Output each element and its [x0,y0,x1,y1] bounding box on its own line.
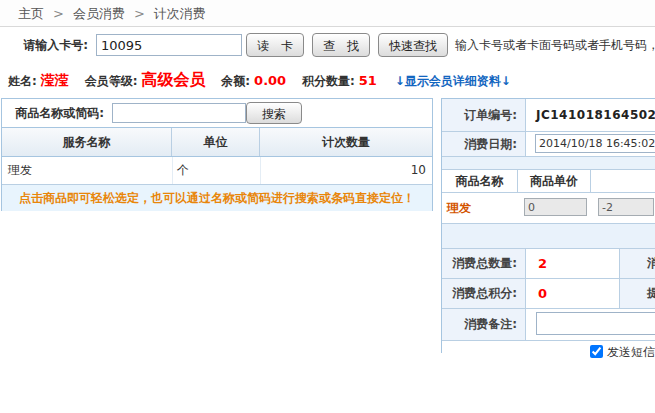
order-product-qty-input [598,198,654,216]
page: { "breadcrumb": { "separator": ">", "ite… [0,0,655,413]
consume-date-label: 消费日期: [442,132,526,156]
total-qty-row: 消费总数量: 2 消 [442,249,655,279]
order-table-header: 商品名称 商品单价 商品数量 [442,170,655,193]
member-info-row: 姓名:滢滢 会员等级:高级会员 余额:0.00 积分数量:51 ↓显示会员详细资… [8,66,511,94]
total-amount-label-clipped: 消 [619,249,655,278]
breadcrumb-separator: > [53,6,64,21]
order-product-qty-header: 商品数量 [591,170,655,192]
total-points-value: 0 [538,279,547,308]
order-panel-gap [442,224,655,249]
send-sms-label: 发送短信 [607,345,655,359]
count-header: 计次数量 [260,128,432,156]
order-number-label: 订单编号: [442,99,526,131]
card-number-label: 请输入卡号: [0,33,88,57]
card-number-input[interactable] [96,34,242,56]
member-points-value: 51 [359,73,377,88]
product-search-label: 商品名称或简码: [2,99,104,127]
unit-header: 单位 [172,128,260,156]
order-product-price-header: 商品单价 [518,170,591,192]
total-points-row: 消费总积分: 0 提 [442,279,655,309]
service-name-cell[interactable]: 理发 [2,157,172,184]
product-panel: 商品名称或简码: 搜索 服务名称 单位 计次数量 理发 个 10 点击商品即可轻… [1,98,433,211]
service-unit-cell: 个 [172,157,260,184]
breadcrumb-home[interactable]: 主页 [18,6,44,21]
remark-row: 消费备注: [442,309,655,341]
product-panel-note: 点击商品即可轻松选定，也可以通过名称或简码进行搜索或条码直接定位！ [2,185,432,211]
product-search-row: 商品名称或简码: 搜索 [2,99,432,128]
product-search-input[interactable] [112,103,246,123]
total-qty-value: 2 [538,249,547,278]
product-search-button[interactable]: 搜索 [246,102,302,124]
consume-date-row: 消费日期: [442,132,655,157]
show-member-detail-link[interactable]: ↓显示会员详细资料↓ [395,74,511,88]
breadcrumb: 主页>会员消费>计次消费 [0,0,655,27]
order-panel-spacer [442,157,655,170]
sms-row: 发送短信 [442,341,655,363]
quick-find-button[interactable]: 快速查找 [378,33,448,57]
send-sms-checkbox[interactable] [590,345,603,358]
member-level-label: 会员等级: [85,74,138,88]
remark-label: 消费备注: [442,309,526,340]
order-product-name-cell: 理发 [442,193,518,223]
order-product-name-header: 商品名称 [442,170,518,192]
remark-input[interactable] [536,312,655,335]
order-panel: 订单编号: JC1410181645022974 消费日期: 商品名称 商品单价… [441,98,655,353]
member-name-value: 滢滢 [41,72,69,88]
commission-label-clipped: 提 [619,279,655,308]
member-points-label: 积分数量: [302,74,355,88]
order-product-qty-cell [591,193,655,223]
member-balance-label: 余额: [221,74,250,88]
service-count-cell: 10 [260,157,432,184]
total-points-label: 消费总积分: [442,279,526,308]
member-level-value: 高级会员 [141,70,205,89]
service-table-row[interactable]: 理发 个 10 [2,157,432,185]
read-card-button[interactable]: 读 卡 [246,33,304,57]
breadcrumb-member-consume[interactable]: 会员消费 [73,6,125,21]
order-number-row: 订单编号: JC1410181645022974 [442,99,655,132]
member-balance-value: 0.00 [254,73,286,88]
card-lookup-hint: 输入卡号或者卡面号码或者手机号码，按回车即 [455,33,655,57]
member-name-label: 姓名: [8,74,37,88]
breadcrumb-count-consume[interactable]: 计次消费 [154,6,206,21]
breadcrumb-separator: > [134,6,145,21]
consume-date-input[interactable] [535,134,655,153]
service-table-header: 服务名称 单位 计次数量 [2,128,432,157]
order-product-price-cell [518,193,591,223]
order-number-value: JC1410181645022974 [536,99,655,131]
find-button[interactable]: 查 找 [312,33,370,57]
order-table-row: 理发 [442,193,655,224]
total-qty-label: 消费总数量: [442,249,526,278]
service-name-header: 服务名称 [2,128,172,156]
order-product-price-input [524,198,587,216]
